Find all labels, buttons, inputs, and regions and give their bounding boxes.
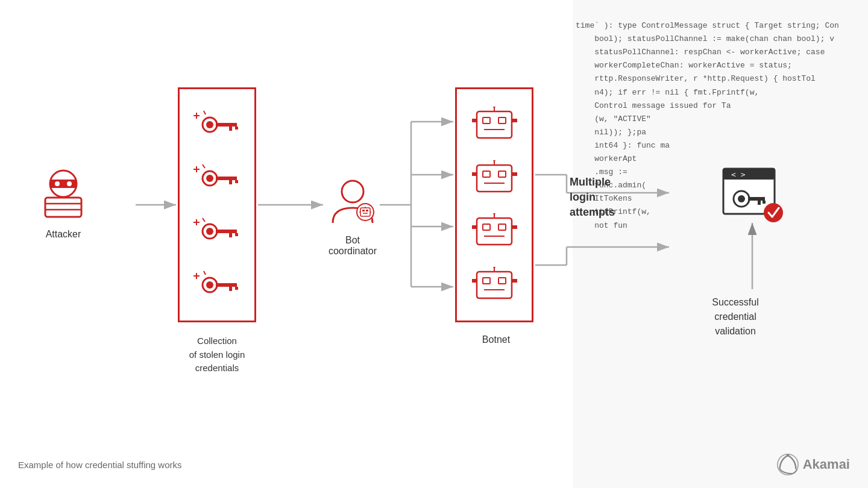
svg-rect-95 bbox=[472, 279, 477, 283]
code-background: time` ): type ControlMessage struct { Ta… bbox=[567, 0, 868, 488]
svg-rect-83 bbox=[498, 224, 506, 230]
svg-rect-65 bbox=[477, 111, 512, 138]
caption: Example of how credential stuffing works bbox=[18, 460, 182, 470]
credentials-box bbox=[178, 87, 256, 322]
svg-rect-38 bbox=[229, 180, 232, 184]
svg-point-78 bbox=[493, 160, 495, 161]
svg-point-107 bbox=[786, 454, 789, 457]
svg-rect-53 bbox=[216, 283, 237, 287]
bot-icon-3 bbox=[472, 213, 517, 249]
svg-rect-104 bbox=[763, 201, 766, 204]
bot-icon-4 bbox=[472, 267, 517, 303]
svg-rect-54 bbox=[229, 287, 232, 291]
svg-point-28 bbox=[206, 121, 213, 128]
login-attempts-label: Multiple login attempts bbox=[570, 175, 660, 221]
svg-rect-74 bbox=[483, 171, 490, 177]
svg-rect-45 bbox=[216, 230, 237, 233]
svg-rect-46 bbox=[229, 233, 232, 237]
attacker-icon bbox=[36, 163, 90, 223]
svg-line-34 bbox=[203, 164, 205, 168]
svg-rect-17 bbox=[45, 198, 81, 217]
svg-point-36 bbox=[206, 175, 213, 182]
attacker-label: Attacker bbox=[46, 229, 81, 240]
key-icon-2 bbox=[192, 163, 243, 193]
svg-rect-73 bbox=[477, 165, 512, 192]
svg-rect-87 bbox=[472, 225, 477, 229]
svg-point-101 bbox=[738, 195, 745, 202]
svg-point-70 bbox=[493, 107, 495, 108]
svg-point-44 bbox=[206, 228, 213, 235]
validation-icon: < > bbox=[720, 166, 787, 226]
botnet-label: Botnet bbox=[463, 334, 529, 345]
svg-rect-79 bbox=[472, 172, 477, 176]
svg-rect-47 bbox=[235, 233, 238, 236]
code-text: time` ): type ControlMessage struct { Ta… bbox=[567, 0, 868, 488]
bot-coordinator-icon bbox=[326, 175, 380, 229]
bot-coordinator-label: Bot coordinator bbox=[329, 235, 377, 257]
bot-icon-1 bbox=[472, 107, 517, 143]
svg-rect-59 bbox=[362, 210, 365, 211]
svg-rect-88 bbox=[512, 225, 517, 229]
akamai-name: Akamai bbox=[803, 457, 850, 472]
credentials-label: Collection of stolen login credentials bbox=[163, 334, 271, 375]
svg-rect-71 bbox=[472, 119, 477, 122]
svg-rect-30 bbox=[229, 127, 232, 131]
svg-rect-75 bbox=[498, 171, 506, 177]
svg-rect-103 bbox=[758, 201, 761, 205]
botnet-box bbox=[455, 87, 533, 322]
akamai-icon bbox=[776, 453, 799, 476]
bot-coordinator-group: Bot coordinator bbox=[326, 175, 380, 257]
svg-rect-102 bbox=[748, 197, 765, 201]
svg-rect-96 bbox=[512, 279, 517, 283]
svg-rect-29 bbox=[216, 123, 237, 127]
svg-point-56 bbox=[342, 181, 363, 202]
credential-validation-icon: < > bbox=[720, 166, 781, 220]
akamai-logo: Akamai bbox=[776, 453, 850, 476]
svg-text:< >: < > bbox=[731, 170, 746, 179]
svg-point-105 bbox=[764, 203, 783, 222]
svg-rect-80 bbox=[512, 172, 517, 176]
key-icon-3 bbox=[192, 216, 243, 246]
svg-rect-55 bbox=[235, 287, 238, 290]
svg-rect-37 bbox=[216, 177, 237, 180]
attacker-group: Attacker bbox=[36, 163, 90, 240]
svg-rect-81 bbox=[477, 218, 512, 245]
svg-rect-66 bbox=[483, 117, 490, 124]
svg-rect-21 bbox=[50, 180, 77, 188]
key-icon-4 bbox=[192, 270, 243, 300]
svg-rect-89 bbox=[477, 272, 512, 298]
svg-rect-60 bbox=[366, 210, 368, 211]
svg-point-22 bbox=[55, 181, 60, 186]
svg-line-26 bbox=[204, 111, 206, 114]
key-icon-1 bbox=[192, 110, 243, 140]
svg-line-42 bbox=[203, 218, 205, 222]
svg-rect-72 bbox=[512, 119, 517, 122]
svg-point-86 bbox=[493, 213, 495, 214]
svg-point-52 bbox=[206, 281, 213, 289]
success-label: Successful credential validation bbox=[690, 295, 781, 339]
svg-rect-67 bbox=[498, 117, 506, 124]
svg-line-50 bbox=[204, 271, 206, 275]
svg-rect-91 bbox=[498, 278, 506, 284]
svg-rect-31 bbox=[235, 127, 238, 130]
svg-rect-90 bbox=[483, 278, 490, 284]
svg-rect-39 bbox=[235, 180, 238, 183]
bot-icon-2 bbox=[472, 160, 517, 196]
svg-point-23 bbox=[67, 181, 72, 186]
svg-rect-82 bbox=[483, 224, 490, 230]
svg-point-94 bbox=[493, 267, 495, 268]
